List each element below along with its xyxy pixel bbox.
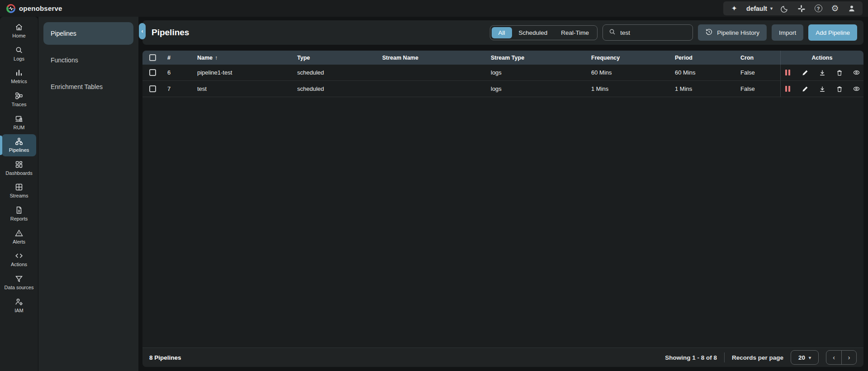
sidebar-item-actions[interactable]: Actions — [2, 249, 36, 271]
pagination: ‹ › — [826, 350, 857, 365]
sidebar-item-traces[interactable]: Traces — [2, 89, 36, 111]
showing-range: Showing 1 - 8 of 8 — [665, 354, 717, 361]
history-clock-icon — [705, 28, 713, 37]
chevron-down-icon: ▾ — [809, 355, 811, 360]
sidebar-item-pipelines[interactable]: Pipelines — [2, 134, 36, 156]
page-size-select[interactable]: 20 ▾ — [791, 350, 819, 365]
sidebar-item-data-sources[interactable]: Data sources — [2, 272, 36, 294]
import-button[interactable]: Import — [772, 24, 803, 41]
top-bar: openobserve ✦ default ▾ ? ⚙ — [0, 0, 868, 17]
sidebar-item-streams[interactable]: Streams — [2, 180, 36, 202]
document-icon — [14, 206, 24, 215]
edit-icon[interactable] — [801, 69, 809, 77]
profile-icon[interactable] — [847, 4, 856, 13]
search-box[interactable] — [602, 24, 693, 41]
pause-icon[interactable] — [784, 69, 792, 77]
table-empty-area — [142, 97, 863, 348]
org-selector[interactable]: default ▾ — [746, 5, 773, 12]
moon-icon[interactable] — [780, 4, 789, 13]
col-cron[interactable]: Cron — [735, 55, 780, 61]
view-icon[interactable] — [853, 85, 861, 93]
gear-icon[interactable]: ⚙ — [830, 4, 840, 13]
download-icon[interactable] — [818, 85, 826, 93]
code-brackets-icon — [14, 251, 24, 260]
pipeline-name: test — [190, 85, 291, 92]
select-all-checkbox[interactable] — [149, 54, 156, 61]
col-period[interactable]: Period — [669, 55, 735, 61]
delete-icon[interactable] — [835, 69, 844, 77]
tab-real-time[interactable]: Real-Time — [554, 27, 596, 38]
streams-table-icon — [14, 183, 24, 192]
filter-tab-group: All Scheduled Real-Time — [490, 25, 598, 40]
col-name[interactable]: Name ↑ — [190, 55, 291, 61]
table-header-row: # Name ↑ Type Stream Name Stream Type Fr… — [142, 51, 863, 65]
home-icon — [14, 23, 24, 32]
sidebar-item-alerts[interactable]: Alerts — [2, 226, 36, 248]
sort-asc-icon: ↑ — [215, 55, 218, 61]
pipelines-table: # Name ↑ Type Stream Name Stream Type Fr… — [142, 51, 863, 367]
delete-icon[interactable] — [835, 85, 844, 93]
records-per-page-label: Records per page — [732, 354, 783, 361]
pipeline-tree-icon — [14, 137, 24, 146]
sidebar-item-reports[interactable]: Reports — [2, 203, 36, 225]
funnel-icon — [14, 274, 24, 283]
sidebar-item-logs[interactable]: Logs — [2, 43, 36, 65]
dashboards-grid-icon — [14, 160, 24, 169]
chevron-down-icon: ▾ — [770, 6, 773, 11]
main-content: ‹ Pipelines All Scheduled Real-Time — [142, 20, 863, 367]
tab-all[interactable]: All — [492, 27, 512, 38]
tab-scheduled[interactable]: Scheduled — [512, 27, 555, 38]
download-icon[interactable] — [818, 69, 826, 77]
col-type[interactable]: Type — [291, 55, 377, 61]
search-input[interactable] — [620, 29, 679, 36]
sidebar-item-iam[interactable]: IAM — [2, 295, 36, 317]
table-footer: 8 Pipelines Showing 1 - 8 of 8 Records p… — [142, 348, 863, 367]
pause-icon[interactable] — [784, 85, 792, 93]
brand: openobserve — [6, 4, 62, 13]
table-row[interactable]: 6 pipeline1-test scheduled logs 60 Mins … — [142, 65, 863, 81]
collapse-sidebar-button[interactable]: ‹ — [139, 23, 146, 39]
row-checkbox[interactable] — [149, 69, 156, 76]
page-header: Pipelines All Scheduled Real-Time — [142, 20, 863, 45]
secondary-sidebar: Pipelines Functions Enrichment Tables — [38, 17, 138, 371]
page-title: Pipelines — [152, 28, 189, 38]
traces-icon — [14, 91, 24, 100]
pipeline-name: pipeline1-test — [190, 69, 291, 76]
primary-sidebar: Home Logs Metrics Traces RUM Pipelines D… — [0, 17, 38, 371]
total-count: 8 Pipelines — [149, 354, 181, 361]
sparkle-icon[interactable]: ✦ — [730, 4, 739, 13]
col-frequency[interactable]: Frequency — [586, 55, 669, 61]
col-actions: Actions — [780, 51, 863, 65]
edit-icon[interactable] — [801, 85, 809, 93]
bar-chart-icon — [14, 68, 24, 77]
subnav-item-pipelines[interactable]: Pipelines — [43, 22, 133, 45]
subnav-item-functions[interactable]: Functions — [43, 49, 133, 71]
brand-name: openobserve — [19, 5, 62, 12]
subnav-item-enrichment-tables[interactable]: Enrichment Tables — [43, 75, 133, 98]
warning-triangle-icon — [14, 229, 24, 238]
sidebar-item-dashboards[interactable]: Dashboards — [2, 157, 36, 179]
col-number[interactable]: # — [162, 55, 190, 61]
footer-divider — [724, 352, 725, 362]
add-pipeline-button[interactable]: Add Pipeline — [808, 24, 857, 41]
monitor-icon — [14, 114, 24, 123]
sidebar-item-home[interactable]: Home — [2, 20, 36, 42]
col-stream-name[interactable]: Stream Name — [377, 55, 485, 61]
row-checkbox[interactable] — [149, 85, 156, 92]
search-icon — [608, 28, 616, 37]
pipeline-history-button[interactable]: Pipeline History — [698, 24, 767, 41]
openobserve-logo-icon — [6, 4, 15, 13]
search-icon — [14, 46, 24, 55]
slack-icon[interactable] — [797, 4, 806, 13]
help-icon[interactable]: ? — [814, 4, 823, 13]
view-icon[interactable] — [853, 69, 861, 77]
org-selector-value: default — [746, 5, 767, 12]
col-stream-type[interactable]: Stream Type — [485, 55, 586, 61]
next-page-button[interactable]: › — [841, 351, 856, 364]
sidebar-item-rum[interactable]: RUM — [2, 112, 36, 134]
topbar-actions: ✦ default ▾ ? ⚙ — [723, 1, 863, 15]
sidebar-item-metrics[interactable]: Metrics — [2, 66, 36, 88]
table-row[interactable]: 7 test scheduled logs 1 Mins 1 Mins Fals… — [142, 81, 863, 97]
prev-page-button[interactable]: ‹ — [826, 351, 841, 364]
user-gear-icon — [14, 297, 24, 306]
